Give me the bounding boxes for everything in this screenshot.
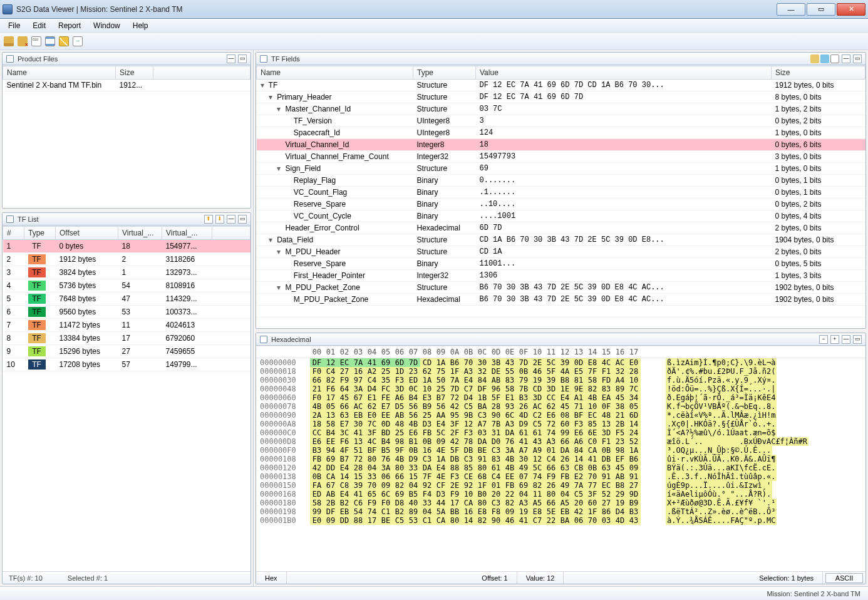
hex-line[interactable]: 00000018F0C42716A2251D2362751FA332DE550B… [256, 367, 865, 376]
table-row[interactable]: 9TF15296 bytes277459655 [3, 345, 251, 358]
field-row[interactable]: ▾ Master_Channel_IdStructure03 7C1 bytes… [257, 103, 865, 115]
col-size[interactable]: Size [116, 66, 153, 80]
table-row[interactable]: 5TF7648 bytes47114329... [3, 292, 251, 306]
table-row[interactable]: 3TF3824 bytes1132973... [3, 266, 251, 279]
table-row[interactable]: 2TF1912 bytes23118266 [3, 253, 251, 266]
export-icon[interactable] [73, 36, 83, 46]
panel-minimize-button[interactable] [227, 215, 235, 224]
hex-line[interactable]: 000000D8E6EEF6134CB498B10B094278DAD07641… [256, 437, 865, 446]
field-row[interactable]: Reserve_SpareBinary11001...0 bytes, 5 bi… [257, 258, 865, 270]
close-file-icon[interactable] [18, 36, 28, 46]
field-row[interactable]: VC_Count_FlagBinary.1......0 bytes, 1 bi… [257, 187, 865, 199]
col-offset[interactable]: Offset [56, 227, 118, 240]
minimize-button[interactable]: — [777, 3, 805, 16]
menu-file[interactable]: File [3, 20, 26, 31]
menu-edit[interactable]: Edit [27, 20, 51, 31]
menu-window[interactable]: Window [88, 20, 126, 31]
hex-line[interactable]: 000000F0B3944F51BFB59F0B164E5FDBBEC33AA7… [256, 446, 865, 455]
table-row[interactable]: Sentinel 2 X-band TM TF.bin1912... [3, 80, 251, 91]
field-row[interactable]: Replay_FlagBinary0.......0 bytes, 1 bits [257, 175, 865, 187]
col-virtual2[interactable]: Virtual_... [162, 227, 212, 240]
hex-line[interactable]: 000000A81858E7307C0D484BD3E43F12A77BA3D9… [256, 420, 865, 428]
hex-line[interactable]: 0000004821F6643AD4FC3D0C10257DC7DF96587B… [256, 385, 865, 393]
hex-line[interactable]: 000000902A1363EBE0EEAB5625AA959BC3906C4D… [256, 411, 865, 420]
col-value[interactable]: Value [476, 66, 772, 80]
hex-mode: Hex [256, 572, 287, 584]
field-row[interactable]: ▾ M_PDU_HeaderStructureCD 1A2 bytes, 0 b… [257, 246, 865, 258]
move-down-button[interactable] [215, 215, 224, 224]
hex-line[interactable]: 0000019899DFEB5474C1B289045ABB16E8F80919… [256, 507, 865, 516]
toolbar [0, 33, 868, 50]
field-row[interactable]: Virtual_Channel_IdInteger8180 bytes, 6 b… [257, 139, 865, 151]
menu-help[interactable]: Help [127, 20, 154, 31]
list-view-icon[interactable] [45, 36, 55, 46]
hex-line[interactable]: 000001380BCA1415330666157F4EF3CE68C4EE07… [256, 472, 865, 481]
panel-maximize-button[interactable] [238, 54, 247, 63]
table-row[interactable]: 10TF17208 bytes57149799... [3, 358, 251, 371]
table-row[interactable]: 6TF9560 bytes53100373... [3, 306, 251, 319]
panel-maximize-button[interactable] [238, 215, 247, 224]
tool-icon[interactable] [810, 54, 819, 63]
tf-selected: Selected #: 1 [68, 574, 108, 582]
decode-icon[interactable] [59, 36, 69, 46]
collapse-minus-icon[interactable]: − [819, 335, 828, 344]
panel-maximize-button[interactable] [853, 335, 862, 344]
panel-maximize-button[interactable] [853, 54, 862, 63]
field-row[interactable]: TF_VersionUInteger830 bytes, 2 bits [257, 115, 865, 127]
expand-plus-icon[interactable]: + [830, 335, 839, 344]
product-files-table[interactable]: Name Size Sentinel 2 X-band TM TF.bin191… [3, 66, 251, 91]
col-type[interactable]: Type [413, 66, 476, 80]
hex-line[interactable]: 00000150FA67C8397009820492CF2E921F01FB69… [256, 481, 865, 490]
hex-line[interactable]: 000000C0CCB43C413FBD25E6FB5C2FF30331DA61… [256, 428, 865, 437]
mission-status: Mission: Sentinel 2 X-band TM [767, 590, 860, 597]
tf-fields-table[interactable]: Name Type Value Size ▾ TFStructureDF 12 … [256, 66, 865, 328]
move-up-button[interactable] [204, 215, 213, 224]
tf-fields-title: TF Fields [271, 55, 807, 63]
col-size[interactable]: Size [772, 66, 865, 80]
maximize-button[interactable]: ▭ [807, 3, 835, 16]
ascii-button[interactable]: ASCII [825, 573, 863, 583]
tool-icon[interactable] [820, 54, 829, 63]
panel-minimize-button[interactable] [842, 54, 850, 63]
table-row[interactable]: 7TF11472 bytes114024613 [3, 319, 251, 332]
panel-minimize-button[interactable] [227, 54, 235, 63]
field-row[interactable]: VC_Count_CycleBinary....10010 bytes, 4 b… [257, 210, 865, 222]
col-type[interactable]: Type [24, 227, 56, 240]
field-row[interactable]: Spacecraft_IdUInteger81241 bytes, 0 bits [257, 127, 865, 139]
col-name[interactable]: Name [257, 66, 413, 80]
field-row[interactable]: Reserve_SpareBinary..10....0 bytes, 2 bi… [257, 199, 865, 210]
hex-line[interactable]: 00000168EDABE441656C69B5F4D3F910B0202204… [256, 490, 865, 499]
table-row[interactable]: 1TF0 bytes18154977... [3, 240, 251, 253]
field-row[interactable]: ▾ TFStructureDF 12 EC 7A 41 69 6D 7D CD … [257, 80, 865, 91]
hex-line[interactable]: 000001B0E009DD8817BEC553C1CA801482904641… [256, 516, 865, 525]
field-row[interactable]: ▾ M_PDU_Packet_ZoneStructureB6 70 30 3B … [257, 282, 865, 294]
col-name[interactable]: Name [3, 66, 116, 80]
field-row[interactable]: ▾ Primary_HeaderStructureDF 12 EC 7A 41 … [257, 91, 865, 103]
hex-line[interactable]: 000000784B0566AC62E7D556B95642C5BA289326… [256, 402, 865, 411]
hex-line[interactable]: 000000306682F997C435F3ED1A507AE484AB8379… [256, 376, 865, 385]
hex-body[interactable]: 00000000DF12EC7A41696D7DCD1AB670303B437D… [256, 358, 865, 571]
menu-report[interactable]: Report [53, 20, 86, 31]
hex-line[interactable]: 00000000DF12EC7A41696D7DCD1AB670303B437D… [256, 358, 865, 367]
hex-line[interactable]: 00000108FB69B77280764BD9C31ADBC391834B30… [256, 455, 865, 463]
table-row[interactable]: 4TF5736 bytes548108916 [3, 279, 251, 292]
col-num[interactable]: # [3, 227, 24, 240]
table-row[interactable]: 8TF13384 bytes176792060 [3, 332, 251, 345]
field-row[interactable]: Virtual_Channel_Frame_CountInteger321549… [257, 151, 865, 163]
binary-view-icon[interactable] [31, 36, 41, 46]
tf-list-table[interactable]: # Type Offset Virtual_... Virtual_... 1T… [3, 226, 251, 371]
col-virtual1[interactable]: Virtual_... [118, 227, 162, 240]
open-file-icon[interactable] [4, 36, 14, 46]
field-row[interactable]: M_PDU_Packet_ZoneHexadecimalB6 70 30 3B … [257, 294, 865, 306]
tf-list-status: TF(s) #: 10 Selected #: 1 [3, 571, 251, 584]
field-row[interactable]: Header_Error_ControlHexadecimal6D 7D2 by… [257, 222, 865, 234]
panel-minimize-button[interactable] [842, 335, 850, 344]
hex-line[interactable]: 00000180582BB2C6F9F0D840334417CA80C382A3… [256, 499, 865, 507]
close-button[interactable]: ✕ [837, 3, 865, 16]
hex-line[interactable]: 0000012042DDE428043A8033DAE4888580614B49… [256, 463, 865, 472]
hex-line[interactable]: 00000060F0174567E1FEA6B4E3B772D41B5FE1B3… [256, 393, 865, 402]
field-row[interactable]: First_Header_PointerInteger3213061 bytes… [257, 270, 865, 282]
field-row[interactable]: ▾ Sign_FieldStructure691 bytes, 0 bits [257, 163, 865, 175]
tool-icon[interactable] [830, 54, 839, 63]
field-row[interactable]: ▾ Data_FieldStructureCD 1A B6 70 30 3B 4… [257, 234, 865, 246]
